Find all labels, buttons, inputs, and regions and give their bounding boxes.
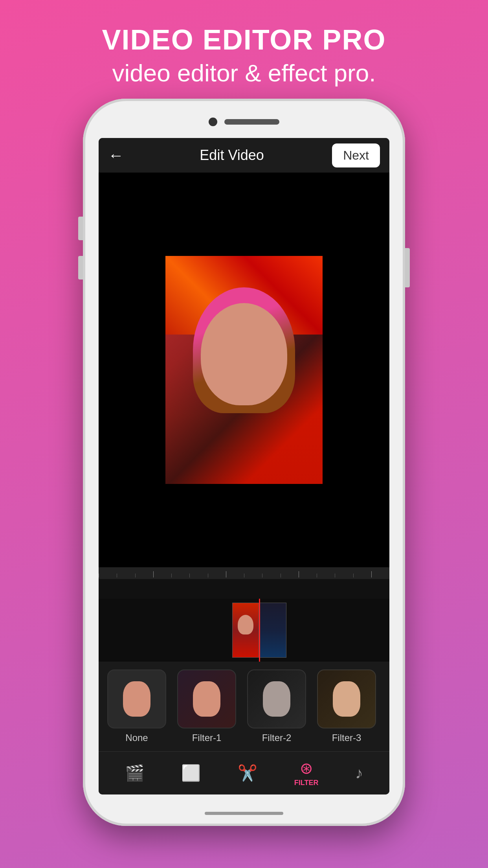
filter-2[interactable]: Filter-2 bbox=[245, 669, 308, 743]
nav-music[interactable]: ♪ bbox=[355, 764, 363, 782]
face bbox=[201, 303, 287, 405]
app-title-sub: video editor & effect pro. bbox=[102, 59, 386, 87]
ruler-tick bbox=[281, 574, 299, 577]
nav-filter[interactable]: ⊛ FILTER bbox=[294, 759, 319, 787]
filter-face-icon bbox=[193, 681, 220, 717]
filter-3[interactable]: Filter-3 bbox=[315, 669, 378, 743]
bottom-nav: 🎬 ⬜ ✂️ ⊛ FILTER ♪ bbox=[99, 751, 389, 794]
side-button-power bbox=[405, 248, 410, 287]
ruler-tick-major bbox=[153, 571, 171, 577]
filter-section: None Filter-1 Filter-2 bbox=[99, 662, 389, 751]
ruler-tick bbox=[171, 574, 189, 577]
header-title: Edit Video bbox=[200, 147, 264, 164]
ruler-tick bbox=[189, 574, 207, 577]
ruler-tick bbox=[262, 574, 280, 577]
ruler-tick-major bbox=[226, 571, 244, 577]
filter-none-label: None bbox=[125, 732, 148, 743]
speaker bbox=[224, 119, 279, 125]
filter-1-thumb bbox=[177, 669, 236, 728]
next-button[interactable]: Next bbox=[332, 143, 380, 167]
filter-2-label: Filter-2 bbox=[262, 732, 292, 743]
filter-none[interactable]: None bbox=[105, 669, 169, 743]
thumb-half-arena bbox=[260, 603, 286, 658]
side-button-vol-up bbox=[78, 217, 83, 240]
filter-1[interactable]: Filter-1 bbox=[175, 669, 238, 743]
phone-screen: ← Edit Video Next bbox=[99, 138, 389, 794]
header-bar: ← Edit Video Next bbox=[99, 138, 389, 173]
ruler-tick bbox=[353, 574, 371, 577]
ruler-tick-major bbox=[299, 571, 317, 577]
side-button-vol-down bbox=[78, 256, 83, 280]
crop-icon: ⬜ bbox=[181, 764, 201, 782]
ruler-tick-major bbox=[371, 571, 389, 577]
ruler-tick bbox=[208, 574, 226, 577]
home-indicator bbox=[205, 812, 283, 815]
ruler-tick bbox=[244, 574, 262, 577]
ruler-tick bbox=[317, 574, 335, 577]
filter-2-thumb bbox=[247, 669, 306, 728]
filter-3-label: Filter-3 bbox=[332, 732, 361, 743]
timeline-ruler bbox=[99, 567, 389, 579]
filter-3-thumb bbox=[317, 669, 376, 728]
ruler-tick bbox=[99, 574, 117, 577]
scissors-icon: ✂️ bbox=[238, 764, 257, 782]
back-button[interactable]: ← bbox=[108, 147, 132, 164]
ruler-tick bbox=[117, 574, 135, 577]
thumb-half-person bbox=[232, 603, 259, 658]
video-preview bbox=[99, 173, 389, 567]
front-camera bbox=[209, 118, 217, 126]
filter-face-icon bbox=[263, 681, 290, 717]
video-frame bbox=[165, 256, 323, 484]
filter-1-label: Filter-1 bbox=[192, 732, 222, 743]
ruler-tick bbox=[135, 574, 153, 577]
nav-video[interactable]: 🎬 bbox=[125, 764, 145, 782]
app-title-main: VIDEO EDITOR PRO bbox=[102, 24, 386, 56]
nav-cut[interactable]: ✂️ bbox=[238, 764, 257, 782]
filter-face-icon bbox=[333, 681, 360, 717]
filter-row: None Filter-1 Filter-2 bbox=[105, 669, 383, 743]
filter-nav-label: FILTER bbox=[294, 779, 319, 787]
playhead[interactable] bbox=[259, 599, 260, 662]
nav-crop[interactable]: ⬜ bbox=[181, 764, 201, 782]
phone-frame: ← Edit Video Next bbox=[83, 99, 405, 826]
thumbnail-strip[interactable] bbox=[99, 599, 389, 662]
music-icon: ♪ bbox=[355, 764, 363, 782]
app-title-area: VIDEO EDITOR PRO video editor & effect p… bbox=[86, 0, 402, 99]
timeline-area bbox=[99, 567, 389, 599]
video-camera-icon: 🎬 bbox=[125, 764, 145, 782]
ruler-tick bbox=[335, 574, 353, 577]
filter-icon: ⊛ bbox=[300, 759, 313, 777]
filter-face-icon bbox=[123, 681, 150, 717]
filter-none-thumb bbox=[107, 669, 166, 728]
phone-top-bar bbox=[83, 99, 405, 138]
